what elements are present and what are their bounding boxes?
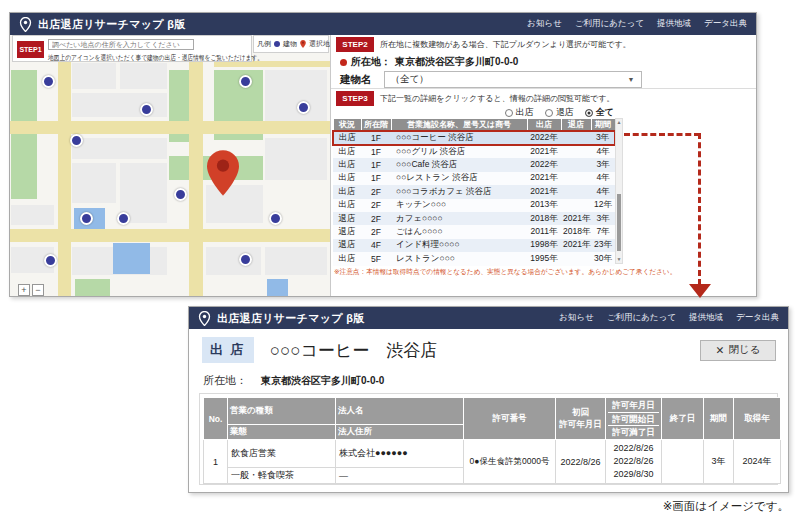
- legend-title: 凡例: [257, 39, 271, 49]
- map-block: [72, 138, 167, 159]
- cell-corp-address: ―: [336, 468, 464, 484]
- building-marker-icon[interactable]: [80, 212, 93, 225]
- step3-badge: STEP3: [336, 91, 374, 106]
- col-permit-no: 許可番号: [464, 398, 556, 440]
- col-business-type: 営業の種類: [228, 398, 336, 425]
- col-permit-dates: 許可年月日 許可開始日 許可満了日: [606, 398, 662, 440]
- cell-permit-no: 0●保生食許第0000号: [464, 440, 556, 484]
- location-dot-icon: [340, 59, 347, 66]
- column-header: 出店: [527, 119, 561, 132]
- menu-item[interactable]: ご利用にあたって: [575, 18, 644, 30]
- header-menu: お知らせご利用にあたって提供地域データ出典: [527, 18, 747, 30]
- results-tbody: 出店1F○○○コーヒー 渋谷店2022年3年出店1F○○○グリル 渋谷店2021…: [333, 131, 615, 266]
- column-header: 営業施設名称、屋号又は商号: [391, 119, 527, 132]
- building-marker-icon[interactable]: [42, 75, 55, 88]
- map-block: [120, 63, 167, 89]
- search-result-panel: STEP2 所在地に複数建物がある場合、下記プルダウンより選択が可能です。 所在…: [331, 35, 756, 296]
- menu-item[interactable]: 提供地域: [689, 312, 723, 324]
- cell-acquired-year: 2024年: [734, 440, 781, 484]
- map-road: [10, 121, 331, 134]
- building-marker-icon[interactable]: [297, 101, 310, 114]
- address-label: 所在地：: [351, 55, 391, 69]
- map-road: [189, 35, 203, 296]
- zoom-out-button[interactable]: −: [32, 284, 44, 296]
- divider: [331, 88, 756, 89]
- footer-note: ※画面はイメージです。: [663, 499, 789, 514]
- menu-item[interactable]: 提供地域: [657, 18, 691, 30]
- map-water: [113, 243, 150, 274]
- menu-item[interactable]: データ出典: [736, 312, 779, 324]
- table-row[interactable]: 退店2Fごはん○○○○2011年2018年7年: [333, 225, 615, 238]
- radio-icon: [585, 109, 593, 117]
- building-marker-icon[interactable]: [140, 103, 153, 116]
- step2-description: 所在地に複数建物がある場合、下記プルダウンより選択が可能です。: [380, 39, 631, 50]
- table-row[interactable]: 出店5Fレストラン○○○1995年30年: [333, 252, 615, 265]
- close-button[interactable]: ✕ 閉じる: [700, 340, 776, 361]
- table-row[interactable]: 出店1F○○○グリル 渋谷店2021年4年: [333, 145, 615, 158]
- column-header: 所在階: [361, 119, 391, 132]
- radio-icon: [545, 109, 553, 117]
- scroll-up-icon[interactable]: ▲: [616, 119, 622, 126]
- building-marker-icon[interactable]: [44, 254, 57, 267]
- building-marker-icon[interactable]: [269, 212, 282, 225]
- detail-table: No. 営業の種類 法人名 許可番号 初回 許可年月日 許可年月日 許可開始日 …: [203, 397, 781, 484]
- detail-row: 1 飲食店営業 株式会社●●●●●● 0●保生食許第0000号 2022/8/2…: [204, 440, 781, 468]
- map[interactable]: STEP1 地図上のアイコンを選択いただく事で建物の出店・退店情報をご覧いただけ…: [10, 35, 331, 296]
- legend-point-label: 選択地点: [309, 39, 331, 49]
- table-row[interactable]: 出店2F○○○コラボカフェ 渋谷店2021年4年: [333, 185, 615, 198]
- building-marker-icon[interactable]: [117, 212, 130, 225]
- step1-panel: STEP1 地図上のアイコンを選択いただく事で建物の出店・退店情報をご覧いただけ…: [12, 35, 252, 62]
- map-block: [206, 247, 261, 275]
- table-row[interactable]: 出店1F○○○Cafe 渋谷店2022年3年: [333, 158, 615, 171]
- building-dot-icon: [274, 41, 280, 47]
- address-value: 東京都渋谷区宇多川町0-0-0: [395, 55, 518, 69]
- building-marker-icon[interactable]: [239, 253, 252, 266]
- col-end-date: 終了日: [662, 398, 704, 440]
- cell-permit-dates: 2022/8/26 2022/8/26 2029/8/30: [606, 440, 662, 484]
- selected-point-pin-icon[interactable]: [207, 149, 239, 197]
- map-park: [11, 70, 37, 199]
- table-row[interactable]: 退店2Fカフェ○○○○2018年2021年3年: [333, 212, 615, 225]
- connector-arrow-line: [624, 133, 700, 136]
- scroll-down-icon[interactable]: ▼: [616, 256, 622, 263]
- column-header: 期間: [591, 119, 615, 132]
- building-select[interactable]: （全て） ▼: [384, 71, 642, 88]
- zoom-in-button[interactable]: +: [18, 284, 30, 296]
- col-acquired-year: 取得年: [734, 398, 781, 440]
- building-marker-icon[interactable]: [239, 75, 252, 88]
- table-row[interactable]: 退店4Fインド料理○○○○1998年2021年23年: [333, 239, 615, 252]
- map-block: [265, 247, 327, 275]
- menu-item[interactable]: データ出典: [704, 18, 747, 30]
- building-marker-icon[interactable]: [174, 188, 187, 201]
- detail-window: 出店退店リサーチマップ β版 お知らせご利用にあたって提供地域データ出典 出 店…: [188, 306, 789, 493]
- connector-arrow-head-icon: [689, 284, 711, 298]
- results-note: ※注意点：本情報は取得時点での情報となるため、実態と異なる場合がございます。あら…: [334, 267, 676, 277]
- menu-item[interactable]: お知らせ: [527, 18, 562, 30]
- detail-address-label: 所在地：: [203, 373, 247, 388]
- table-scrollbar[interactable]: ▲ ▼: [615, 118, 623, 264]
- legend-building-label: 建物: [283, 39, 297, 49]
- selected-point-pin-icon: [300, 40, 306, 48]
- results-header-row: 状況所在階営業施設名称、屋号又は商号出店退店期間: [333, 119, 615, 132]
- building-marker-icon[interactable]: [70, 134, 83, 147]
- map-road: [58, 35, 71, 296]
- table-row[interactable]: 出店1F○○レストラン 渋谷店2021年4年: [333, 172, 615, 185]
- table-row[interactable]: 出店1F○○○コーヒー 渋谷店2022年3年: [333, 131, 615, 145]
- app-logo-icon: [19, 17, 32, 32]
- scrollbar-thumb[interactable]: [617, 194, 621, 252]
- map-block: [265, 138, 327, 180]
- app-title: 出店退店リサーチマップ β版: [217, 311, 365, 326]
- map-block: [11, 205, 54, 225]
- menu-item[interactable]: ご利用にあたって: [607, 312, 676, 324]
- col-period: 期間: [704, 398, 734, 440]
- step1-caption: 地図上のアイコンを選択いただく事で建物の出店・退店情報をご覧いただけます。: [48, 53, 263, 63]
- address-search-input[interactable]: [48, 39, 194, 50]
- menu-item[interactable]: お知らせ: [559, 312, 594, 324]
- cell-no: 1: [204, 440, 228, 484]
- detail-address-value: 東京都渋谷区宇多川町0-0-0: [261, 374, 384, 388]
- table-row[interactable]: 出店2Fキッチン○○○2013年12年: [333, 199, 615, 212]
- col-business-category: 業態: [228, 424, 336, 439]
- map-legend: 凡例 建物 選択地点: [253, 35, 329, 53]
- map-road: [10, 229, 331, 242]
- building-name-label: 建物名: [340, 73, 372, 87]
